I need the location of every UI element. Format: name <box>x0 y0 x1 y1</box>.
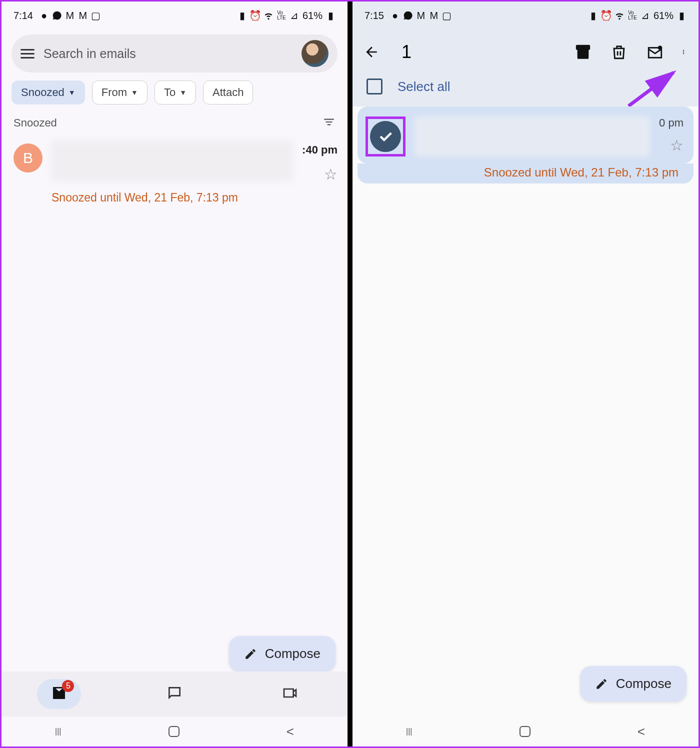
star-icon[interactable]: ☆ <box>324 166 338 183</box>
gmail-icon-2: M <box>429 10 439 20</box>
signal-icon: ⊿ <box>640 10 650 20</box>
svg-point-6 <box>683 53 684 54</box>
selection-toolbar: 1 <box>352 30 698 72</box>
system-nav: ||| < <box>2 716 348 746</box>
nav-meet[interactable] <box>268 679 312 709</box>
section-label: Snoozed <box>14 116 57 130</box>
filter-list-icon[interactable] <box>322 116 336 130</box>
system-nav: ||| < <box>352 716 698 746</box>
archive-icon[interactable] <box>574 44 592 60</box>
phone-screen-left: 7:14 ● M M ▢ ▮ ⏰ VoLTE ⊿ 61% ▮ Search in… <box>2 2 352 746</box>
snooze-label: Snoozed until Wed, 21 Feb, 7:13 pm <box>2 191 348 204</box>
pencil-icon <box>595 678 608 690</box>
svg-point-4 <box>683 50 684 51</box>
battery-icon: ▮ <box>326 10 336 20</box>
caret-down-icon: ▼ <box>68 88 76 96</box>
video-icon <box>282 685 298 701</box>
nav-chat[interactable] <box>152 679 196 709</box>
battery-text: 61% <box>302 10 322 22</box>
gmail-icon: M <box>416 10 426 20</box>
unread-badge: 5 <box>62 680 74 692</box>
chip-snoozed[interactable]: Snoozed▼ <box>12 80 85 104</box>
signal-icon: ⊿ <box>290 10 300 20</box>
battery-icon: ▮ <box>676 10 686 20</box>
compose-button[interactable]: Compose <box>580 666 686 702</box>
home-icon[interactable] <box>520 726 530 737</box>
email-time: 0 pm <box>659 116 684 130</box>
photo-icon: ▢ <box>442 10 452 20</box>
chat-bubble-icon: ● <box>390 10 400 20</box>
email-time: :40 pm <box>302 144 338 156</box>
email-list-item-selected[interactable]: 0 pm ☆ <box>358 106 694 164</box>
alarm-icon: ⏰ <box>602 10 612 20</box>
wifi-icon <box>264 10 274 20</box>
snooze-label: Snoozed until Wed, 21 Feb, 7:13 pm <box>358 164 694 184</box>
chip-from[interactable]: From▼ <box>92 80 148 104</box>
nav-mail[interactable]: 5 <box>37 679 81 709</box>
back-icon[interactable]: < <box>638 724 645 740</box>
chat-bubble-icon: ● <box>39 10 49 20</box>
gmail-icon: M <box>65 10 75 20</box>
select-all-checkbox[interactable] <box>366 78 382 94</box>
check-icon <box>377 128 394 145</box>
home-icon[interactable] <box>168 726 180 737</box>
hamburger-icon[interactable] <box>20 49 34 58</box>
photo-icon: ▢ <box>91 10 101 20</box>
compose-label: Compose <box>616 676 672 692</box>
battery-saver-icon: ▮ <box>588 10 598 20</box>
battery-text: 61% <box>654 10 674 22</box>
sender-avatar[interactable]: B <box>14 144 42 172</box>
delete-icon[interactable] <box>610 44 628 60</box>
status-time: 7:15 <box>364 10 384 22</box>
gmail-icon-2: M <box>78 10 88 20</box>
volte-icon: VoLTE <box>276 10 286 20</box>
recents-icon[interactable]: ||| <box>406 727 412 736</box>
alarm-icon: ⏰ <box>250 10 260 20</box>
caret-down-icon: ▼ <box>180 88 186 96</box>
search-placeholder: Search in emails <box>44 46 292 61</box>
chip-attachment[interactable]: Attach <box>203 80 253 104</box>
email-preview-redacted <box>414 116 650 156</box>
star-icon[interactable]: ☆ <box>670 136 684 154</box>
profile-avatar[interactable] <box>302 40 328 67</box>
pencil-icon <box>244 648 257 660</box>
section-header: Snoozed <box>2 112 348 138</box>
svg-point-3 <box>658 46 662 50</box>
bottom-nav: 5 <box>2 672 348 716</box>
whatsapp-icon <box>52 10 62 20</box>
search-bar[interactable]: Search in emails <box>12 34 338 72</box>
battery-saver-icon: ▮ <box>238 10 248 20</box>
status-bar: 7:15 ● M M ▢ ▮ ⏰ VoLTE ⊿ 61% ▮ <box>352 2 698 30</box>
compose-label: Compose <box>265 646 320 662</box>
select-all-label: Select all <box>398 79 450 94</box>
back-icon[interactable]: < <box>286 724 294 740</box>
recents-icon[interactable]: ||| <box>55 727 61 736</box>
back-arrow-icon[interactable] <box>364 44 380 60</box>
filter-chips: Snoozed▼ From▼ To▼ Attach <box>2 80 348 112</box>
caret-down-icon: ▼ <box>131 88 138 96</box>
mark-unread-icon[interactable] <box>646 44 664 60</box>
selected-count: 1 <box>402 42 554 62</box>
wifi-icon <box>614 10 624 20</box>
compose-button[interactable]: Compose <box>229 636 336 672</box>
selected-check-avatar[interactable] <box>370 121 401 152</box>
more-vert-icon[interactable] <box>682 44 688 60</box>
chat-icon <box>166 685 182 701</box>
svg-point-5 <box>683 52 684 52</box>
volte-icon: VoLTE <box>628 10 638 20</box>
highlight-box <box>366 116 406 156</box>
email-list-item[interactable]: B :40 pm ☆ <box>2 138 348 188</box>
status-time: 7:14 <box>14 10 33 22</box>
status-bar: 7:14 ● M M ▢ ▮ ⏰ VoLTE ⊿ 61% ▮ <box>2 2 348 30</box>
select-all-row[interactable]: Select all <box>352 72 698 106</box>
whatsapp-icon <box>403 10 413 20</box>
phone-screen-right: 7:15 ● M M ▢ ▮ ⏰ VoLTE ⊿ 61% ▮ 1 <box>352 2 698 746</box>
email-preview-redacted <box>52 140 293 182</box>
chip-to[interactable]: To▼ <box>154 80 196 104</box>
